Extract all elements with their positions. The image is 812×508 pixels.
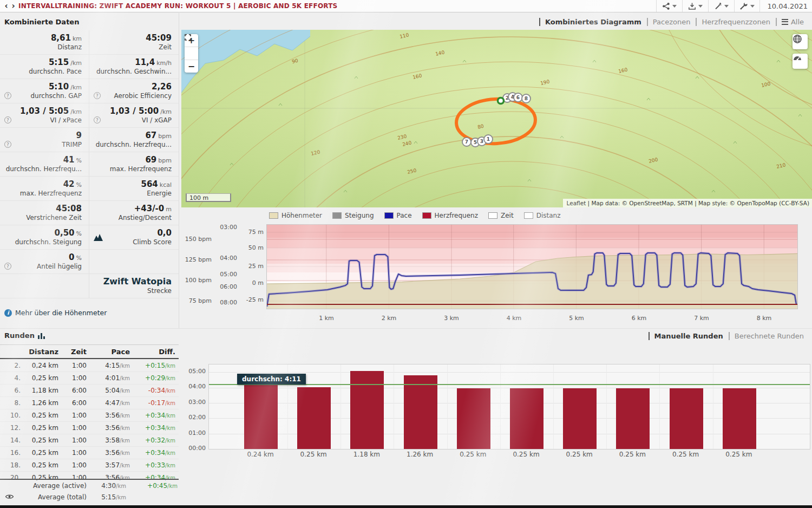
stat-label: Aerobic Efficiency bbox=[89, 92, 172, 100]
map-attribution[interactable]: Leaflet | Map data: © OpenStreetMap, SRT… bbox=[563, 199, 812, 207]
svg-text:5: 5 bbox=[474, 140, 477, 145]
help-icon[interactable]: ? bbox=[4, 92, 11, 99]
legend-item-höhenmeter[interactable]: Höhenmeter bbox=[269, 212, 322, 219]
share-button[interactable] bbox=[656, 0, 682, 12]
legend-label: Herzfrequenz bbox=[435, 212, 478, 219]
legend-item-distanz[interactable]: Distanz bbox=[524, 212, 561, 219]
start-marker[interactable] bbox=[498, 98, 504, 104]
laps-chart-y-axis: 00:0001:0002:0003:0004:0005:00 bbox=[179, 0, 206, 508]
section-divider bbox=[0, 328, 812, 329]
combined-chart-canvas[interactable] bbox=[267, 225, 797, 309]
legend-item-steigung[interactable]: Steigung bbox=[332, 212, 374, 219]
lap-time: 1:00 bbox=[60, 449, 88, 457]
col-pace[interactable]: Pace bbox=[88, 348, 131, 356]
tab-herzfrequenzzonen[interactable]: Herzfrequenzzonen bbox=[696, 18, 775, 26]
lap-bar[interactable] bbox=[563, 388, 597, 450]
laps-bar-chart[interactable]: durchschn: 4:11 bbox=[208, 364, 810, 450]
average-active-row: Average (active) 4:30/km +0:45/km bbox=[0, 480, 179, 491]
lap-pace: 3:56/km bbox=[88, 412, 131, 419]
legend-item-pace[interactable]: Pace bbox=[384, 212, 412, 219]
legend-item-herzfrequenz[interactable]: Herzfrequenz bbox=[422, 212, 478, 219]
laps-heading-label: Runden bbox=[4, 331, 35, 340]
lap-number: 14. bbox=[0, 437, 22, 444]
legend-swatch bbox=[524, 212, 533, 219]
lap-distance-label: 0.25 km bbox=[611, 451, 654, 458]
stat-label: durchschn. Pace bbox=[0, 68, 82, 75]
activity-date[interactable]: 10.04.2021 bbox=[759, 0, 808, 12]
col-diff[interactable]: Diff. bbox=[131, 348, 176, 356]
stat-unit: % bbox=[76, 157, 82, 164]
combined-data-heading: Kombinierte Daten bbox=[4, 18, 79, 26]
stat-unit: % bbox=[76, 181, 82, 188]
tab-pacezonen[interactable]: Pacezonen bbox=[647, 18, 696, 26]
help-icon[interactable]: ? bbox=[4, 116, 11, 123]
lap-bar[interactable] bbox=[297, 387, 331, 449]
lap-bar[interactable] bbox=[510, 388, 543, 449]
stat-unit: km bbox=[73, 35, 82, 42]
stat-unit: kcal bbox=[160, 181, 172, 188]
wrench-button[interactable] bbox=[734, 0, 760, 12]
next-activity-button[interactable]: › bbox=[10, 1, 16, 11]
lap-time: 6:00 bbox=[60, 399, 88, 407]
pace-tick: 00:00 bbox=[188, 445, 206, 452]
route-map[interactable]: 1101401609019010016080230240250200210120… bbox=[181, 30, 812, 207]
wrench-icon bbox=[740, 2, 748, 10]
help-icon[interactable]: ? bbox=[94, 116, 101, 123]
distance-tick: 2 km bbox=[373, 315, 405, 322]
lap-bar[interactable] bbox=[616, 388, 650, 449]
stat-value: +43/-0m bbox=[89, 203, 172, 213]
legend-label: Pace bbox=[397, 212, 412, 219]
legend-item-zeit[interactable]: Zeit bbox=[488, 212, 514, 219]
distance-axis: 1 km2 km3 km4 km5 km6 km7 km8 km bbox=[0, 315, 812, 322]
tab-manuelle-runden[interactable]: Manuelle Runden bbox=[649, 332, 729, 340]
lap-distance-label: 0.25 km bbox=[505, 451, 548, 458]
lap-bar[interactable] bbox=[244, 384, 278, 450]
lap-bar[interactable] bbox=[404, 375, 437, 449]
km-marker[interactable]: 8 bbox=[522, 94, 531, 103]
lap-diff: +0:34/km bbox=[131, 449, 176, 457]
tools-button[interactable] bbox=[708, 0, 734, 12]
stat-value: Zwift Watopia bbox=[89, 276, 172, 286]
average-active-diff: +0:45/km bbox=[127, 482, 179, 490]
col-distanz[interactable]: Distanz bbox=[22, 348, 60, 356]
map-speed-overlay-button[interactable] bbox=[793, 54, 808, 69]
col-zeit[interactable]: Zeit bbox=[60, 348, 88, 356]
stat-unit: bpm bbox=[158, 157, 172, 164]
tab-berechnete-runden[interactable]: Berechnete Runden bbox=[729, 332, 809, 340]
help-icon[interactable]: ? bbox=[94, 92, 101, 99]
km-marker[interactable]: 1 bbox=[484, 135, 493, 144]
visibility-eye-icon[interactable] bbox=[5, 493, 14, 501]
map-layers-button[interactable] bbox=[793, 34, 808, 49]
stat-cell: 5:15/kmdurchschn. Pace bbox=[0, 55, 89, 79]
bottom-strip bbox=[0, 505, 812, 508]
km-marker[interactable]: 6 bbox=[514, 93, 522, 102]
tab-kombiniertes-diagramm[interactable]: Kombiniertes Diagramm bbox=[539, 18, 647, 26]
lap-bar[interactable] bbox=[457, 388, 490, 449]
stats-grid: 8,61kmDistanz45:09Zeit5:15/kmdurchschn. … bbox=[0, 30, 179, 298]
table-row: 2.0,24 km1:004:15/km+0:15/km bbox=[0, 359, 179, 372]
header-toolbar bbox=[656, 0, 760, 12]
bar-chart-icon[interactable] bbox=[38, 333, 45, 339]
average-total-pace: 5:15/km bbox=[88, 493, 127, 501]
stat-unit: /km bbox=[70, 84, 82, 91]
elev-tick: -25 m bbox=[246, 296, 264, 303]
laps-heading: Runden bbox=[4, 331, 45, 340]
stat-unit: /km bbox=[70, 60, 82, 67]
prev-activity-button[interactable]: ‹ bbox=[3, 1, 9, 11]
stat-label: Anteil hügelig bbox=[0, 263, 82, 270]
km-marker[interactable]: 7 bbox=[462, 138, 471, 146]
lap-number: 2. bbox=[0, 362, 22, 369]
lap-bar[interactable] bbox=[670, 388, 703, 449]
lap-bar[interactable] bbox=[350, 371, 384, 449]
tab-alle[interactable]: Alle bbox=[776, 18, 809, 26]
lap-pace: 5:04/km bbox=[88, 387, 131, 394]
activity-nav: ‹ › bbox=[3, 0, 16, 12]
stat-value: 41% bbox=[0, 154, 82, 165]
lap-diff: +0:32/km bbox=[131, 437, 176, 444]
lap-bar[interactable] bbox=[723, 388, 756, 449]
download-button[interactable] bbox=[682, 0, 708, 12]
help-icon[interactable]: ? bbox=[4, 263, 11, 270]
svg-text:8: 8 bbox=[525, 96, 528, 101]
gridline bbox=[659, 364, 660, 449]
help-icon[interactable]: ? bbox=[4, 141, 11, 148]
